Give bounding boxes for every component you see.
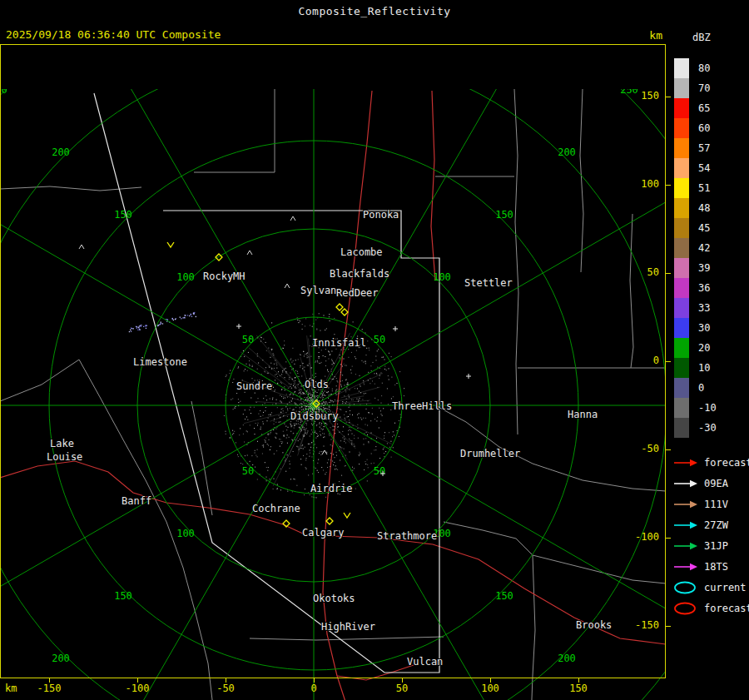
city-label: Sundre (236, 380, 272, 392)
right-axis-label: -100 (616, 531, 659, 543)
bottom-axis-label: 150 (560, 683, 597, 694)
colorbar-value-label: 60 (689, 122, 710, 134)
bottom-axis-label: -50 (207, 683, 244, 694)
bottom-axis-label: -150 (31, 683, 67, 694)
ellipse-icon (671, 581, 701, 594)
legend-item-label: forecast (701, 603, 749, 614)
window-title: Composite_Reflectivity (0, 5, 749, 17)
colorbar-value-label: 65 (689, 102, 710, 114)
chevron-marker-icon (167, 242, 174, 247)
right-axis-tick (666, 449, 671, 450)
colorbar-swatch (674, 98, 689, 118)
colorbar-swatch (674, 138, 689, 158)
colorbar-row: 20 (674, 338, 717, 358)
station-markers (79, 216, 471, 527)
town-caret-icon (290, 216, 295, 221)
range-ring-label: 150 (495, 590, 513, 602)
legend-item: forecast (671, 452, 749, 473)
colorbar-value-label: 42 (689, 242, 710, 254)
colorbar-row: 0 (674, 378, 717, 398)
range-ring-label: 200 (558, 146, 576, 158)
city-label: Cochrane (252, 503, 300, 514)
municipal-boundary-line (531, 555, 535, 700)
radar-site-diamond-icon (341, 309, 348, 315)
bottom-axis-label: 0 (295, 683, 332, 694)
right-axis-label: 100 (616, 178, 659, 190)
city-label: Calgary (302, 527, 345, 539)
radar-site-diamond-icon (326, 518, 333, 524)
colorbar-swatch (674, 78, 689, 98)
right-axis-label: 0 (616, 355, 659, 366)
municipal-boundary-line (533, 555, 666, 583)
city-label: Olds (305, 379, 329, 390)
colorbar-row: 45 (674, 218, 717, 238)
colorbar-value-label: 57 (689, 142, 710, 154)
colorbar-swatch (674, 358, 689, 378)
municipal-boundary-line (630, 214, 633, 368)
legend-item-label: 27ZW (701, 519, 728, 531)
colorbar-swatch (674, 418, 689, 438)
range-ring-label: 150 (114, 209, 132, 221)
colorbar-row: 33 (674, 298, 717, 318)
colorbar-value-label: 0 (689, 382, 704, 394)
colorbar-value-label: 33 (689, 302, 710, 314)
colorbar-swatch (674, 278, 689, 298)
right-axis-tick (666, 185, 671, 186)
range-ring-label: 150 (495, 209, 513, 221)
legend-item-label: 09EA (701, 478, 728, 489)
highway-line (431, 91, 435, 280)
colorbar-value-label: 10 (689, 362, 710, 374)
colorbar-value-label: 36 (689, 282, 710, 294)
colorbar-row: 42 (674, 238, 717, 258)
colorbar-title: dBZ (692, 32, 711, 43)
colorbar-value-label: 70 (689, 82, 710, 94)
city-label: Stettler (464, 277, 513, 289)
right-axis-label: 50 (616, 266, 659, 278)
town-caret-icon (322, 450, 327, 454)
colorbar-row: 48 (674, 198, 717, 218)
legend-item-label: 31JP (701, 540, 728, 552)
municipal-boundary-line (444, 522, 533, 555)
colorbar-value-label: 80 (689, 62, 710, 74)
city-label: Okotoks (313, 593, 355, 604)
city-label: RedDeer (336, 287, 379, 299)
municipal-boundary-line (0, 186, 141, 191)
colorbar-swatch (674, 58, 689, 78)
right-axis-tick (666, 626, 671, 627)
map-legend: forecast09EA111V27ZW31JP18TScurrentforec… (671, 452, 749, 618)
city-label: Sylvan (300, 285, 336, 296)
legend-item: 27ZW (671, 514, 749, 535)
colorbar-value-label: 54 (689, 162, 710, 174)
city-label: Airdrie (310, 483, 353, 494)
colorbar-row: -10 (674, 398, 717, 418)
range-ring-label: 150 (114, 590, 132, 602)
range-ring-label: 200 (558, 653, 576, 664)
colorbar-swatch (674, 378, 689, 398)
range-ring-label: 200 (52, 146, 70, 158)
colorbar-value-label: 45 (689, 222, 710, 234)
colorbar-row: 70 (674, 78, 717, 98)
town-caret-icon (285, 284, 290, 288)
right-axis-tick (666, 97, 671, 97)
right-axis-tick (666, 361, 671, 362)
radar-map-canvas[interactable]: 5010015020025050100150200250501001502002… (0, 89, 666, 700)
bottom-axis-label: -100 (119, 683, 156, 694)
colorbar-row: 60 (674, 118, 717, 138)
arrow-icon (671, 539, 701, 553)
city-label: Innisfail (312, 337, 366, 349)
city-label: Ponoka (363, 209, 399, 221)
municipal-boundary-line (580, 89, 583, 272)
range-ring-label: 200 (52, 653, 70, 664)
colorbar-swatch (674, 318, 689, 338)
city-label: Hanna (568, 409, 598, 420)
colorbar-value-label: -30 (689, 422, 717, 434)
right-axis-label: -50 (616, 443, 659, 454)
colorbar-value-label: 39 (689, 262, 710, 274)
arrow-icon (671, 477, 701, 490)
colorbar-swatch (674, 118, 689, 138)
chevron-marker-icon (344, 513, 350, 518)
colorbar-row: 39 (674, 258, 717, 278)
radar-map[interactable]: 5010015020025050100150200250501001502002… (0, 44, 666, 678)
range-ring-label: 50 (242, 334, 254, 345)
colorbar-value-label: -10 (689, 402, 717, 414)
